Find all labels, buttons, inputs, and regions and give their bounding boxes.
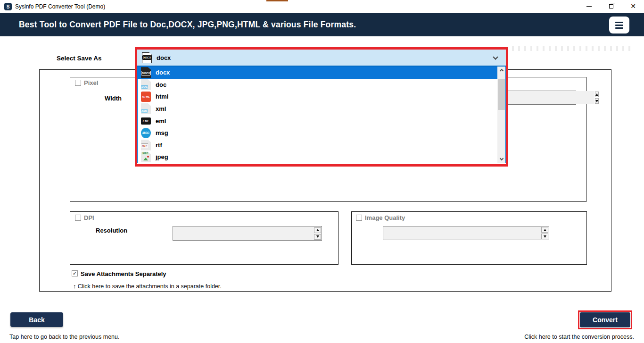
back-hint-text: Tap here to go back to the previous menu… [9,334,119,340]
spinner-down-icon [595,100,598,102]
hamburger-menu-button[interactable] [609,17,629,33]
html-file-icon: HTML [141,91,151,102]
chevron-down-icon [493,54,498,59]
width-spinner [507,91,576,105]
dropdown-option-doc[interactable]: DOC doc [138,79,505,91]
doc-file-icon: DOC [141,79,151,90]
dpi-checkbox-row: DPI [75,214,94,221]
image-quality-spin-up-button[interactable] [541,227,548,233]
focus-dashes-decoration [512,46,634,51]
app-window: S Sysinfo PDF Converter Tool (Demo) ✕ Be… [0,0,644,343]
close-icon: ✕ [630,3,636,9]
app-header: Best Tool to Convert PDF File to Doc,DOC… [0,13,644,36]
width-spin-down-button[interactable] [595,98,599,104]
resolution-spinner [173,226,322,241]
chevron-down-icon [499,157,503,160]
width-input[interactable] [508,91,594,104]
header-title: Best Tool to Convert PDF File to Doc,DOC… [19,20,356,30]
save-as-combobox[interactable]: DOCX docx [137,50,506,67]
pixel-checkbox-row: Pixel [75,79,98,86]
rtf-file-icon: RTF [141,140,151,151]
check-icon: ✓ [73,271,77,276]
scrollbar-thumb[interactable] [498,79,505,110]
image-quality-checkbox-row: Image Quality [356,214,405,221]
dropdown-option-eml[interactable]: EML eml [138,115,505,127]
scrollbar-up-button[interactable] [497,67,505,74]
resolution-label: Resolution [96,227,127,234]
save-as-option-list: DOCX docx DOC doc HTML html XML xml EML … [137,67,506,163]
dropdown-scrollbar[interactable] [497,67,505,163]
width-label: Width [105,95,122,102]
dpi-label: DPI [84,214,94,221]
dropdown-option-msg[interactable]: MSG msg [138,127,505,139]
pixel-checkbox[interactable] [75,80,81,86]
resolution-spin-up-button[interactable] [314,227,321,233]
restore-button[interactable] [604,1,618,11]
save-attachments-checkbox[interactable]: ✓ [72,270,78,276]
convert-button-highlight: Convert [578,310,632,329]
jpeg-file-icon: JPEG [141,151,151,162]
dropdown-option-jpeg[interactable]: JPEG jpeg [138,151,505,163]
scrollbar-down-button[interactable] [497,156,505,163]
dpi-checkbox[interactable] [75,215,81,221]
chevron-up-icon [499,69,503,73]
spinner-down-icon [316,235,319,238]
restore-icon [609,4,613,8]
dropdown-option-docx[interactable]: DOCX docx [138,67,505,79]
save-attachments-hint: ↑ Click here to save the attachments in … [73,283,222,290]
dropdown-option-rtf[interactable]: RTF rtf [138,139,505,151]
image-quality-spin-down-button[interactable] [541,234,548,239]
recording-marker-bar [266,0,288,1]
save-as-dropdown-highlight: DOCX docx DOCX docx DOC doc HTML html XM… [135,47,508,167]
spinner-up-icon [316,229,319,231]
eml-file-icon: EML [141,116,151,126]
minimize-button[interactable] [582,1,596,11]
save-attachments-label: Save Attachments Separately [81,270,166,277]
xml-file-icon: XML [141,103,151,114]
convert-button[interactable]: Convert [580,312,630,327]
back-button[interactable]: Back [10,312,63,327]
minimize-icon [586,6,592,7]
close-button[interactable]: ✕ [626,1,640,11]
docx-file-icon: DOCX [142,52,152,63]
image-quality-spinner [383,226,549,240]
convert-hint-text: Click here to start the conversion proce… [524,334,634,340]
spinner-up-icon [595,93,598,96]
hamburger-menu-icon [615,22,623,23]
resolution-input[interactable] [173,226,314,240]
select-save-as-label: Select Save As [57,55,102,62]
image-quality-label: Image Quality [365,214,405,221]
resolution-spin-down-button[interactable] [314,234,321,240]
dropdown-option-html[interactable]: HTML html [138,91,505,103]
dropdown-option-xml[interactable]: XML xml [138,103,505,115]
image-quality-input[interactable] [383,226,541,240]
spinner-down-icon [544,235,546,238]
app-logo-icon: S [4,3,12,10]
spinner-up-icon [544,229,546,231]
combobox-selected-value: docx [157,54,171,61]
title-bar: S Sysinfo PDF Converter Tool (Demo) ✕ [0,0,644,13]
image-quality-checkbox[interactable] [356,215,362,221]
pixel-label: Pixel [84,79,98,86]
docx-file-icon: DOCX [141,67,151,78]
width-spin-up-button[interactable] [595,92,599,97]
window-title: Sysinfo PDF Converter Tool (Demo) [15,3,105,10]
msg-file-icon: MSG [141,127,151,138]
